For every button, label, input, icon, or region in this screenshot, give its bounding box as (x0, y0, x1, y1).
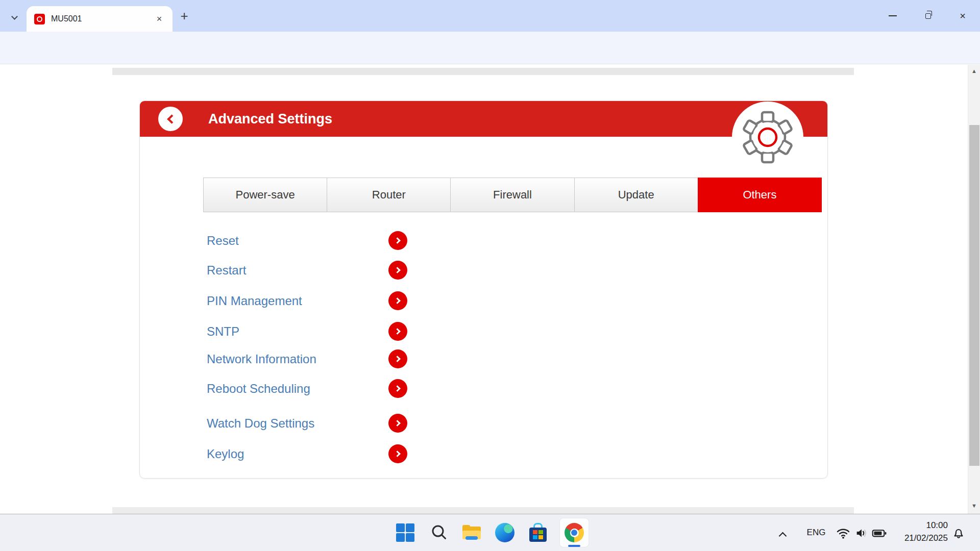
volume-icon[interactable] (854, 526, 869, 542)
gear-badge (732, 102, 803, 173)
browser-toolbar: ← → ↻ Not secure vodafonemobile.wifi/ind… (0, 32, 980, 64)
wifi-icon[interactable] (836, 526, 850, 542)
chrome-taskbar-button[interactable] (559, 518, 589, 547)
reboot-scheduling-go-button[interactable] (388, 379, 407, 398)
chevron-right-icon (394, 385, 401, 392)
menu-link-keylog[interactable]: Keylog (207, 444, 244, 463)
file-explorer-button[interactable] (461, 522, 482, 543)
reset-go-button[interactable] (388, 231, 407, 250)
page-viewport: Advanced Settings Power-save Router (0, 65, 968, 514)
clock-time: 10:00 (896, 519, 948, 532)
chevron-right-icon (394, 420, 401, 427)
menu-link-watch-dog-settings[interactable]: Watch Dog Settings (207, 414, 314, 433)
minimize-icon (889, 15, 897, 16)
advanced-settings-card: Advanced Settings Power-save Router (139, 101, 828, 479)
menu-link-restart[interactable]: Restart (207, 261, 246, 280)
tray-overflow-button[interactable] (779, 532, 787, 540)
window-restore-button[interactable] (920, 9, 936, 22)
chrome-icon (565, 523, 584, 542)
tab-others[interactable]: Others (698, 178, 822, 212)
folder-icon (462, 524, 481, 541)
settings-tab-row: Power-save Router Firewall Update Others (203, 178, 822, 212)
new-tab-button[interactable]: + (177, 8, 192, 23)
scroll-down-arrow[interactable]: ▼ (968, 503, 980, 509)
vodafone-favicon-icon (34, 14, 45, 24)
menu-link-pin-management[interactable]: PIN Management (207, 291, 302, 310)
chevron-left-icon (167, 114, 176, 123)
notifications-bell-icon[interactable] (951, 525, 966, 542)
tab-firewall[interactable]: Firewall (450, 178, 574, 212)
tab-close-button[interactable]: × (153, 13, 165, 25)
network-information-go-button[interactable] (388, 349, 407, 368)
window-minimize-button[interactable] (885, 9, 900, 22)
menu-row: SNTP (140, 322, 827, 341)
chevron-right-icon (394, 267, 401, 273)
window-close-button[interactable]: × (955, 9, 970, 22)
clock-date: 21/02/2025 (896, 532, 948, 544)
chevron-right-icon (394, 450, 401, 457)
chevron-right-icon (394, 237, 401, 244)
taskbar-search-button[interactable] (429, 522, 449, 543)
search-icon (430, 523, 448, 542)
watch-dog-settings-go-button[interactable] (388, 414, 407, 433)
back-circle-button[interactable] (158, 107, 183, 131)
keylog-go-button[interactable] (388, 444, 407, 463)
menu-row: Keylog (140, 444, 827, 463)
menu-link-reboot-scheduling[interactable]: Reboot Scheduling (207, 379, 310, 398)
browser-tab[interactable]: MU5001 × (27, 6, 173, 32)
card-header: Advanced Settings (140, 101, 827, 137)
edge-icon (495, 523, 514, 542)
store-icon (528, 523, 548, 542)
windows-taskbar: ENG 10:00 21/02/2025 (0, 514, 980, 551)
menu-row: Restart (140, 261, 827, 280)
browser-tab-strip: MU5001 × + × (0, 0, 980, 32)
battery-icon[interactable] (872, 526, 887, 542)
page-title: Advanced Settings (208, 101, 332, 137)
tab-title: MU5001 (51, 14, 82, 23)
edge-browser-button[interactable] (495, 522, 515, 543)
menu-link-sntp[interactable]: SNTP (207, 322, 239, 341)
gear-icon (741, 111, 794, 164)
menu-row: PIN Management (140, 291, 827, 310)
sntp-go-button[interactable] (388, 322, 407, 341)
scrolled-content-strip-bottom (112, 507, 854, 514)
restart-go-button[interactable] (388, 261, 407, 280)
scrolled-content-strip-top (112, 68, 854, 75)
restore-icon (925, 13, 931, 19)
chevron-down-icon (11, 13, 18, 20)
chevron-right-icon (394, 328, 401, 335)
active-app-indicator (568, 545, 580, 547)
menu-row: Network Information (140, 349, 827, 368)
menu-row: Reboot Scheduling (140, 379, 827, 398)
windows-logo-icon (396, 523, 414, 542)
tab-update[interactable]: Update (574, 178, 698, 212)
vertical-scrollbar[interactable]: ▲ ▼ (968, 65, 980, 514)
menu-row: Reset (140, 231, 827, 250)
chevron-right-icon (394, 297, 401, 304)
language-indicator[interactable]: ENG (804, 528, 828, 539)
menu-link-network-information[interactable]: Network Information (207, 349, 316, 368)
tab-power-save[interactable]: Power-save (203, 178, 327, 212)
start-button[interactable] (395, 522, 415, 543)
tab-router[interactable]: Router (327, 178, 451, 212)
scroll-up-arrow[interactable]: ▲ (968, 68, 980, 74)
scrollbar-thumb[interactable] (969, 125, 979, 466)
microsoft-store-button[interactable] (528, 522, 548, 543)
taskbar-clock[interactable]: 10:00 21/02/2025 (896, 519, 948, 544)
tab-search-button[interactable] (5, 10, 23, 25)
menu-row: Watch Dog Settings (140, 414, 827, 433)
chevron-right-icon (394, 356, 401, 362)
pin-management-go-button[interactable] (388, 291, 407, 310)
menu-link-reset[interactable]: Reset (207, 231, 239, 250)
